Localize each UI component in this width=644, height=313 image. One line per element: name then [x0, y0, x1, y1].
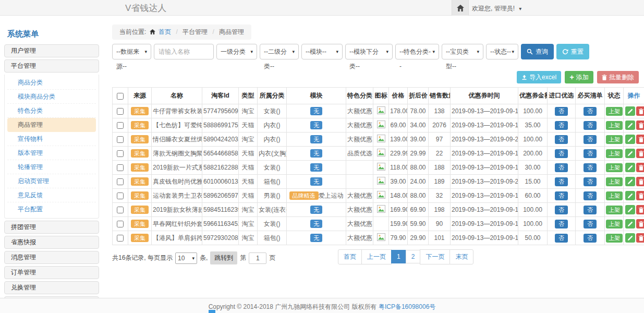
must-buy-toggle[interactable]: 否	[584, 177, 597, 186]
status-toggle[interactable]: 上架	[606, 220, 623, 228]
must-buy-toggle[interactable]: 否	[584, 163, 597, 172]
page-button[interactable]: 下一页	[420, 249, 450, 264]
edit-button[interactable]	[625, 205, 635, 214]
sidebar-subitem[interactable]: 启动页管理	[7, 174, 96, 188]
status-toggle[interactable]: 上架	[606, 234, 623, 243]
import-select-toggle[interactable]: 否	[555, 177, 568, 186]
home-button[interactable]	[452, 0, 469, 16]
row-checkbox[interactable]	[117, 221, 124, 227]
edit-button[interactable]	[625, 121, 635, 130]
page-button[interactable]: 1	[391, 250, 406, 263]
filter-select[interactable]: --模块--▾	[301, 44, 343, 59]
delete-button[interactable]	[636, 106, 644, 116]
per-page-select[interactable]: 10▾	[175, 252, 197, 264]
breadcrumb-home-link[interactable]: 首页	[159, 28, 171, 35]
must-buy-toggle[interactable]: 否	[584, 121, 597, 130]
sidebar-subitem[interactable]: 商品分类	[7, 76, 96, 90]
sidebar-subitem[interactable]: 宣传物料	[7, 132, 96, 146]
import-select-toggle[interactable]: 否	[555, 206, 568, 214]
filter-select[interactable]: --宝贝类型--▾	[442, 44, 483, 59]
sidebar-group[interactable]: 订单管理	[4, 266, 99, 279]
row-checkbox[interactable]	[117, 122, 124, 129]
jump-button[interactable]: 跳转到	[210, 251, 237, 264]
status-toggle[interactable]: 上架	[606, 177, 623, 186]
page-button[interactable]: 上一页	[361, 249, 392, 264]
row-checkbox[interactable]	[117, 108, 124, 115]
status-toggle[interactable]: 上架	[606, 135, 623, 144]
import-excel-button[interactable]: 导入excel	[517, 71, 561, 83]
must-buy-toggle[interactable]: 否	[584, 206, 597, 214]
import-select-toggle[interactable]: 否	[555, 149, 568, 158]
import-select-toggle[interactable]: 否	[555, 191, 568, 200]
add-button[interactable]: + 添加	[565, 71, 593, 83]
edit-button[interactable]	[625, 177, 635, 186]
import-select-toggle[interactable]: 否	[555, 234, 568, 243]
row-checkbox[interactable]	[117, 235, 124, 242]
filter-source-select[interactable]: --数据来源--▾	[112, 44, 151, 59]
import-select-toggle[interactable]: 否	[555, 121, 568, 130]
sidebar-subitem[interactable]: 模块商品分类	[7, 90, 96, 104]
page-number-input[interactable]	[249, 252, 266, 264]
must-buy-toggle[interactable]: 否	[584, 149, 597, 158]
page-button[interactable]: 末页	[449, 249, 473, 264]
status-toggle[interactable]: 上架	[606, 163, 623, 172]
sidebar-subitem[interactable]: 轮播管理	[7, 160, 96, 174]
sidebar-subitem[interactable]: 意见反馈	[7, 188, 96, 202]
search-button[interactable]: 查询	[521, 44, 554, 59]
edit-button[interactable]	[625, 219, 635, 228]
icp-link[interactable]: 粤ICP备16098006号	[379, 303, 435, 310]
page-button[interactable]: 2	[406, 250, 421, 263]
row-checkbox[interactable]	[117, 150, 124, 157]
edit-button[interactable]	[625, 163, 635, 172]
status-toggle[interactable]: 上架	[606, 149, 623, 158]
filter-select[interactable]: --模块下分类--▾	[345, 44, 393, 59]
delete-button[interactable]	[636, 233, 644, 243]
filter-select[interactable]: 一级分类▾	[216, 44, 257, 59]
filter-select[interactable]: --二级分类--▾	[260, 44, 299, 59]
status-toggle[interactable]: 上架	[606, 121, 623, 130]
status-toggle[interactable]: 上架	[606, 206, 623, 214]
batch-delete-button[interactable]: 批量删除	[597, 71, 639, 83]
filter-select[interactable]: --状态--▾	[486, 44, 518, 59]
edit-button[interactable]	[625, 191, 635, 200]
sidebar-subitem[interactable]: 商品管理	[7, 118, 96, 132]
import-select-toggle[interactable]: 否	[555, 135, 568, 144]
must-buy-toggle[interactable]: 否	[584, 107, 597, 116]
sidebar-subitem[interactable]: 版本管理	[7, 146, 96, 160]
edit-button[interactable]	[625, 106, 635, 116]
sidebar-group[interactable]: 拼团管理	[4, 221, 99, 234]
sidebar-subitem[interactable]: 特色分类	[7, 104, 96, 118]
must-buy-toggle[interactable]: 否	[584, 220, 597, 228]
delete-button[interactable]	[636, 163, 644, 172]
user-menu[interactable]: 欢迎您, 管理员! ▾	[472, 4, 521, 13]
must-buy-toggle[interactable]: 否	[584, 135, 597, 144]
import-select-toggle[interactable]: 否	[555, 163, 568, 172]
delete-button[interactable]	[636, 191, 644, 200]
delete-button[interactable]	[636, 177, 644, 186]
delete-button[interactable]	[636, 219, 644, 228]
delete-button[interactable]	[636, 149, 644, 158]
name-search-input[interactable]	[154, 44, 214, 59]
edit-button[interactable]	[625, 233, 635, 243]
edit-button[interactable]	[625, 135, 635, 144]
sidebar-subitem[interactable]: 平台配置	[7, 202, 96, 216]
row-checkbox[interactable]	[117, 164, 124, 171]
status-toggle[interactable]: 上架	[606, 107, 623, 116]
sidebar-group[interactable]: 兑换管理	[4, 281, 99, 294]
must-buy-toggle[interactable]: 否	[584, 234, 597, 243]
delete-button[interactable]	[636, 135, 644, 144]
delete-button[interactable]	[636, 121, 644, 130]
row-checkbox[interactable]	[117, 192, 124, 199]
sidebar-group[interactable]: 用户管理	[4, 44, 99, 57]
row-checkbox[interactable]	[117, 207, 124, 213]
row-checkbox[interactable]	[117, 178, 124, 185]
reset-button[interactable]: 重置	[556, 44, 589, 59]
row-checkbox[interactable]	[117, 136, 124, 143]
delete-button[interactable]	[636, 205, 644, 214]
select-all-checkbox[interactable]	[117, 93, 124, 100]
must-buy-toggle[interactable]: 否	[584, 191, 597, 200]
status-toggle[interactable]: 上架	[606, 191, 623, 200]
edit-button[interactable]	[625, 149, 635, 158]
import-select-toggle[interactable]: 否	[555, 220, 568, 228]
import-select-toggle[interactable]: 否	[555, 107, 568, 116]
